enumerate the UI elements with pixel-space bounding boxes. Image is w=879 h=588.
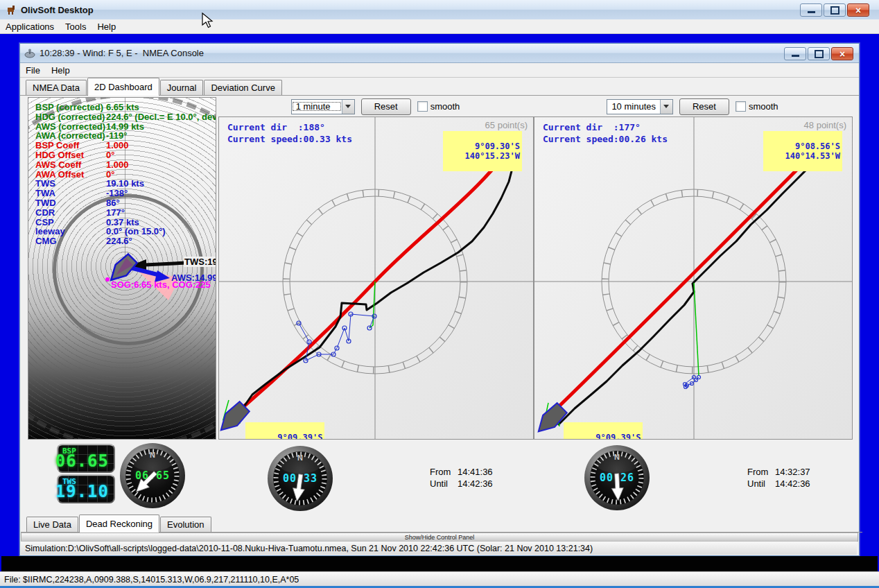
chart2-period-value: 10 minutes [607, 101, 660, 112]
drift-track-markers [684, 376, 701, 389]
chart1-plot: Current dir :188°Current speed:00.33 kts… [218, 116, 534, 440]
chevron-down-icon[interactable] [660, 100, 672, 114]
chart2-smooth-checkbox[interactable] [736, 101, 746, 112]
menu-help-outer[interactable]: Help [92, 20, 121, 33]
chart2-current-readout: Current dir :177°Current speed:00.26 kts [543, 121, 668, 145]
compass-north-label: N [614, 453, 620, 461]
tws-arrow-label: TWS:19 [184, 257, 216, 267]
chart1-current-readout: Current dir :188°Current speed:00.33 kts [227, 121, 352, 145]
polar-instrument-panel: BSP (corrected)6.65 kts HDG (corrected)2… [28, 97, 216, 440]
main-tabbar: NMEA Data 2D Dashboard Journal Deviation… [20, 78, 859, 96]
chart1-header: 1 minute Reset smooth [218, 97, 532, 116]
chart1-period-value: 1 minute [292, 101, 342, 112]
menu-tools[interactable]: Tools [60, 20, 92, 33]
outer-minimize-button[interactable] [800, 3, 822, 17]
menu-help-inner[interactable]: Help [46, 64, 76, 77]
chart1-smooth-checkbox[interactable] [417, 101, 428, 112]
mouse-cursor [202, 12, 214, 29]
minimize-icon [792, 55, 799, 57]
tab-evolution[interactable]: Evolution [160, 517, 211, 532]
close-icon: × [855, 6, 861, 15]
menu-applications[interactable]: Applications [0, 20, 60, 33]
inner-titlebar[interactable]: 10:28:39 - Wind: F 5, E - NMEA Console × [20, 44, 859, 63]
compass-north-label: N [150, 451, 155, 459]
chart1-position-label: 9°09.30'S140°15.23'W [443, 131, 522, 171]
chart2-boat-position-label: 9°09.39'S140°15.31'W [564, 422, 643, 440]
inner-window-title: 10:28:39 - Wind: F 5, E - NMEA Console [40, 48, 204, 58]
maximize-icon [815, 50, 824, 58]
minimize-icon [808, 11, 815, 13]
cog-track-red [550, 135, 831, 415]
nmea-sentence-text: File: $IIRMC,224238,A,0909.388,S,14015.3… [4, 575, 299, 585]
hdg-track-black [558, 147, 828, 425]
maximize-icon [830, 6, 839, 15]
heading-compass-gauge: N 06.65 [119, 442, 186, 509]
outer-statusbar: File: $IIRMC,224238,A,0909.388,S,14015.3… [0, 571, 879, 587]
chart1-point-count: 65 point(s) [485, 120, 528, 130]
chart1-period-select[interactable]: 1 minute [291, 99, 355, 114]
outer-close-button[interactable]: × [847, 3, 869, 17]
inner-minimize-button[interactable] [784, 47, 806, 60]
sog-dot [105, 277, 110, 282]
chart2-header: 10 minutes Reset smooth [534, 97, 851, 116]
chart1-boat-position-label: 9°09.39'S140°15.31'W [245, 422, 324, 440]
chart1-time-range: From14:41:36 Until14:42:36 [430, 466, 493, 490]
chart2-point-count: 48 point(s) [804, 120, 846, 130]
tab-live-data[interactable]: Live Data [26, 517, 78, 532]
tab-deviation-curve[interactable]: Deviation Curve [204, 80, 282, 95]
simulation-status-text: Simulation:D:\OlivSoft\all-scripts\logge… [25, 544, 593, 553]
outer-menubar: Applications Tools Help [0, 19, 879, 34]
chart2-reset-button[interactable]: Reset [679, 98, 729, 115]
sog-cog-label: SOG:6.65 kts, COG:225 [111, 279, 211, 290]
chart2-smooth-label: smooth [749, 101, 778, 112]
radar-boat-graphic [28, 98, 216, 439]
inner-statusbar: Simulation:D:\OlivSoft\all-scripts\logge… [21, 541, 857, 555]
chart1-reset-button[interactable]: Reset [361, 98, 411, 115]
olivsoft-app-icon [6, 4, 17, 15]
current-dir-compass-1: N 00.33 [267, 445, 333, 512]
bsp-digital-display: BSP 06.65 [57, 444, 115, 473]
menu-file[interactable]: File [20, 64, 46, 77]
chart2-plot: Current dir :177°Current speed:00.26 kts… [534, 116, 853, 440]
tws-digital-display: TWS 19.10 [57, 474, 115, 503]
inner-maximize-button[interactable] [808, 47, 830, 60]
outer-window-title: OlivSoft Desktop [21, 5, 94, 15]
outer-titlebar[interactable]: OlivSoft Desktop × [0, 0, 879, 20]
chart2-position-label: 9°08.56'S140°14.53'W [763, 131, 842, 171]
compass-north-label: N [297, 453, 303, 462]
inner-close-button[interactable]: × [831, 47, 853, 60]
current-vector-green [694, 283, 699, 376]
inner-menubar: File Help [20, 63, 859, 78]
chart2-time-range: From14:32:37 Until14:42:36 [747, 466, 810, 490]
chart1-smooth-label: smooth [430, 101, 460, 112]
nmea-console-icon [24, 49, 35, 58]
tab-nmea-data[interactable]: NMEA Data [26, 80, 87, 95]
close-icon: × [839, 49, 845, 59]
outer-maximize-button[interactable] [824, 3, 846, 17]
bottom-tabbar: Live Data Dead Reckoning Evolution [21, 517, 862, 533]
chevron-down-icon[interactable] [342, 100, 354, 114]
tab-2d-dashboard[interactable]: 2D Dashboard [87, 78, 159, 96]
current-dir-compass-2: N 00.26 [584, 444, 650, 511]
tab-journal[interactable]: Journal [160, 80, 204, 95]
console-strip [1, 556, 878, 571]
tab-dead-reckoning[interactable]: Dead Reckoning [79, 514, 159, 533]
olivsoft-desktop-screen: OlivSoft Desktop × Applications Tools He… [0, 0, 879, 588]
chart2-period-select[interactable]: 10 minutes [607, 99, 673, 114]
